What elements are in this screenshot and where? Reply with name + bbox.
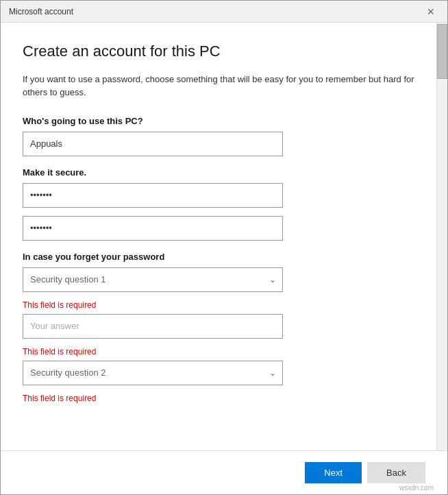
security-question1-group: Security question 1 ⌄: [23, 267, 414, 292]
username-section: Who's going to use this PC?: [23, 116, 414, 156]
title-bar: Microsoft account ✕: [1, 1, 447, 23]
watermark: wsxdn.com: [399, 484, 434, 492]
password-section: Make it secure.: [23, 167, 414, 241]
answer1-group: [23, 314, 414, 339]
footer: Next Back: [1, 450, 447, 494]
security-section: In case you forget your password Securit…: [23, 252, 414, 403]
username-input[interactable]: [23, 132, 283, 156]
back-button[interactable]: Back: [367, 462, 425, 483]
answer1-input[interactable]: [23, 314, 283, 339]
security-question2-wrapper: Security question 2 ⌄: [23, 361, 283, 385]
content-area: Create an account for this PC If you wan…: [1, 23, 447, 450]
scrollbar[interactable]: [436, 23, 447, 450]
password-input[interactable]: [23, 183, 283, 208]
next-button[interactable]: Next: [305, 462, 362, 483]
security-label: In case you forget your password: [23, 252, 414, 262]
window-title: Microsoft account: [9, 7, 73, 16]
password-group: [23, 183, 414, 208]
error-message-2: This field is required: [23, 347, 414, 357]
password-confirm-input[interactable]: [23, 216, 283, 241]
scrollbar-thumb[interactable]: [437, 24, 447, 79]
password-confirm-group: [23, 216, 414, 241]
main-content: Create an account for this PC If you wan…: [1, 23, 436, 450]
error-message-3: This field is required: [23, 394, 414, 403]
page-description: If you want to use a password, choose so…: [23, 73, 414, 99]
error-message-1: This field is required: [23, 300, 414, 310]
close-button[interactable]: ✕: [423, 3, 439, 20]
username-label: Who's going to use this PC?: [23, 116, 414, 126]
microsoft-account-window: Microsoft account ✕ Create an account fo…: [0, 0, 448, 495]
security-question1-select[interactable]: Security question 1: [23, 267, 283, 292]
security-question2-group: Security question 2 ⌄: [23, 361, 414, 385]
page-title: Create an account for this PC: [23, 42, 414, 62]
security-question2-select[interactable]: Security question 2: [23, 361, 283, 385]
secure-label: Make it secure.: [23, 167, 414, 178]
security-question1-wrapper: Security question 1 ⌄: [23, 267, 283, 292]
